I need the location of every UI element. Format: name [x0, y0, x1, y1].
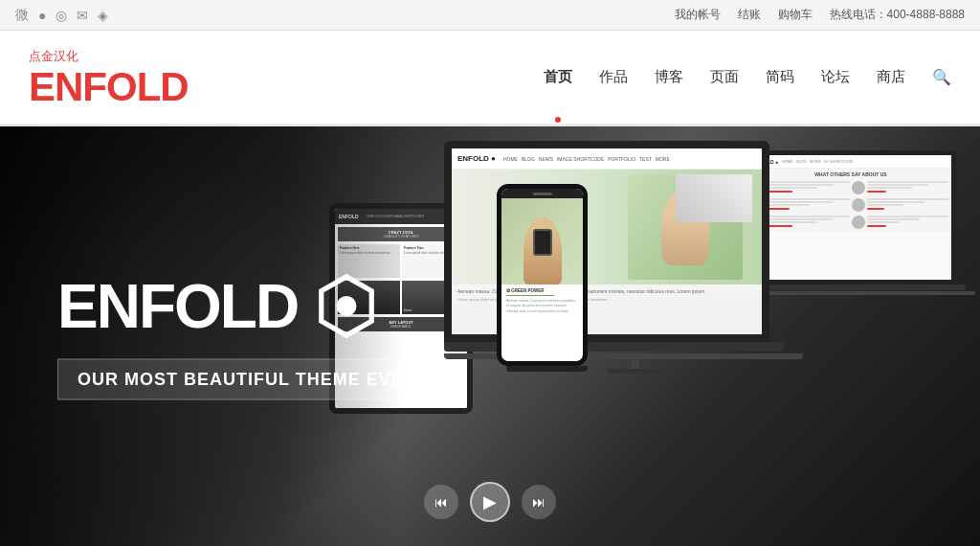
nav-item-portfolio[interactable]: 作品: [599, 68, 628, 86]
nav-item-shortcodes[interactable]: 简码: [766, 68, 794, 86]
circle-icon[interactable]: ●: [38, 8, 46, 23]
hex-icon: [313, 273, 380, 340]
search-icon[interactable]: 🔍: [932, 68, 951, 86]
logo-main: ENFOLD: [29, 67, 189, 107]
prev-button[interactable]: ⏮: [424, 485, 458, 519]
main-nav: 首页 作品 博客 页面 简码 论坛 商店 🔍: [544, 68, 951, 86]
nav-item-forum[interactable]: 论坛: [821, 68, 850, 86]
laptop-logo: ENFOLD ●: [457, 154, 496, 163]
hero-tagline: OUR MOST BEAUTIFUL THEME EVER: [78, 370, 417, 390]
nav-item-home[interactable]: 首页: [544, 68, 572, 86]
site-header: 点金汉化 ENFOLD 首页 作品 博客 页面 简码 论坛 商店 🔍: [0, 31, 980, 126]
nav-item-shop[interactable]: 商店: [877, 68, 905, 86]
logo-area[interactable]: 点金汉化 ENFOLD: [29, 48, 189, 107]
email-icon[interactable]: ✉: [77, 8, 88, 23]
next-button[interactable]: ⏭: [522, 485, 556, 519]
play-controls: ⏮ ▶ ⏭: [424, 482, 556, 522]
target-icon[interactable]: ◎: [56, 8, 67, 23]
laptop-screen: ENFOLD ● HOMEBLOGNEWSIMAGE SHORTCODEPORT…: [444, 141, 769, 342]
hero-section: ENFOLD OUR MOST BEAUTIFUL THEME EVER ENF…: [0, 126, 980, 546]
play-button[interactable]: ▶: [470, 482, 510, 522]
top-bar-nav: 我的帐号 结账 购物车 热线电话：400-4888-8888: [675, 7, 965, 23]
hero-logo-text: ENFOLD: [57, 276, 298, 337]
weibo-icon[interactable]: 微: [15, 7, 29, 24]
nav-item-blog[interactable]: 博客: [655, 68, 683, 86]
nav-item-pages[interactable]: 页面: [710, 68, 739, 86]
account-link[interactable]: 我的帐号: [675, 7, 721, 23]
hero-tagline-box: OUR MOST BEAUTIFUL THEME EVER: [57, 359, 437, 400]
hero-logo-wrap: ENFOLD: [57, 273, 437, 340]
logo-subtitle: 点金汉化: [29, 48, 78, 65]
hotline: 热线电话：400-4888-8888: [830, 7, 965, 23]
rss-icon[interactable]: ◈: [98, 8, 108, 23]
top-bar: 微 ● ◎ ✉ ◈ 我的帐号 结账 购物车 热线电话：400-4888-8888: [0, 0, 980, 31]
device-phone: ✿ GREEN POWER Aenean massa. Cum sociis n…: [497, 184, 597, 395]
top-bar-social-icons: 微 ● ◎ ✉ ◈: [15, 7, 108, 24]
checkout-link[interactable]: 结账: [738, 7, 761, 23]
svg-point-1: [337, 296, 357, 316]
hero-left-content: ENFOLD OUR MOST BEAUTIFUL THEME EVER: [57, 273, 437, 400]
cart-link[interactable]: 购物车: [778, 7, 813, 23]
